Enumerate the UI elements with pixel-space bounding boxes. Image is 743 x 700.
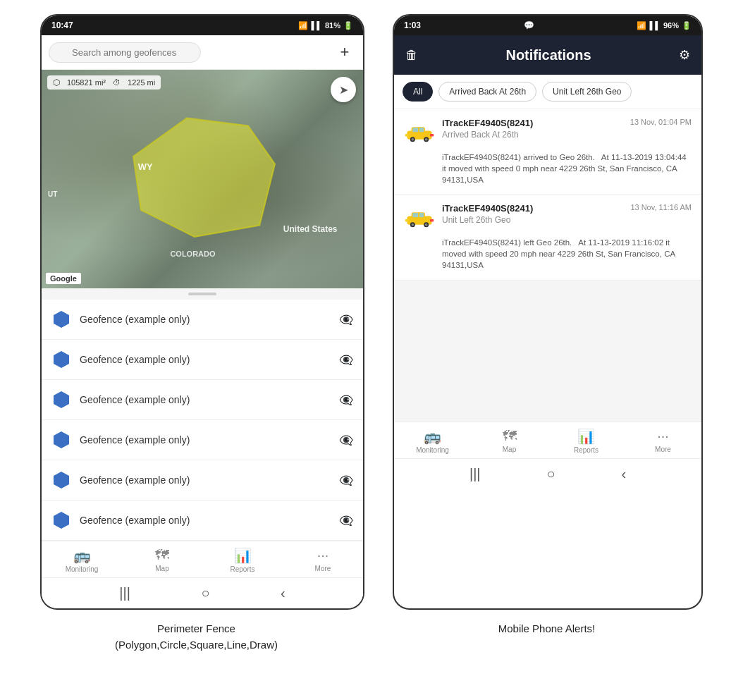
distance-icon: ⏱ (113, 78, 121, 87)
geofence-label: Geofence (example only) (80, 394, 331, 405)
empty-area (394, 281, 701, 422)
map-area: WY ⬡ 105821 mi² ⏱ 1225 mi ➤ United State… (42, 70, 363, 288)
nav-map[interactable]: 🗺 Map (141, 547, 183, 573)
search-input[interactable] (49, 42, 201, 63)
wifi-icon: 📶 (298, 21, 308, 30)
left-status-icons: 📶 ▌▌ 81% 🔋 (298, 21, 353, 30)
geofence-label: Geofence (example only) (80, 474, 331, 486)
more-icon: ··· (317, 547, 329, 563)
right-status-bar: 1:03 💬 📶 ▌▌ 96% 🔋 (394, 16, 701, 35)
visibility-icon[interactable]: 👁‍🗨 (339, 514, 353, 527)
geofence-label: Geofence (example only) (80, 314, 331, 325)
list-item[interactable]: Geofence (example only) 👁‍🗨 (42, 420, 363, 460)
notif-title-row-1: iTrackEF4940S(8241) 13 Nov, 01:04 PM (442, 118, 692, 128)
area-hatch-icon: ⬡ (53, 78, 60, 87)
battery-label: 81% (325, 21, 340, 30)
geofence-label: Geofence (example only) (80, 434, 331, 446)
left-time: 10:47 (51, 20, 73, 30)
list-item[interactable]: Geofence (example only) 👁‍🗨 (42, 300, 363, 340)
android-home-button[interactable]: ○ (201, 585, 209, 601)
svg-rect-9 (412, 128, 418, 132)
right-nav-reports[interactable]: 📊 Reports (565, 428, 608, 454)
visibility-icon[interactable]: 👁‍🗨 (339, 434, 353, 447)
event-label-2: Unit Left 26th Geo (442, 215, 692, 225)
settings-button[interactable]: ⚙ (679, 47, 690, 63)
svg-marker-5 (54, 472, 69, 489)
territory-label: UT (48, 190, 57, 198)
geofence-icon (51, 430, 71, 450)
right-nav-map-label: Map (503, 446, 516, 453)
add-geofence-button[interactable]: + (333, 41, 356, 63)
captions: Perimeter Fence(Polygon,Circle,Square,Li… (0, 610, 743, 653)
svg-rect-20 (419, 213, 424, 217)
svg-rect-15 (405, 134, 409, 137)
geofence-label: Geofence (example only) (80, 515, 331, 526)
svg-rect-16 (430, 134, 434, 137)
right-wifi-icon: 📶 (637, 21, 646, 30)
visibility-icon[interactable]: 👁‍🗨 (339, 474, 353, 487)
nav-reports[interactable]: 📊 Reports (221, 547, 264, 573)
chat-icon: 💬 (524, 20, 534, 30)
svg-point-22 (412, 223, 415, 226)
right-android-home-button[interactable]: ○ (546, 466, 555, 482)
left-status-bar: 10:47 📶 ▌▌ 81% 🔋 (42, 16, 363, 35)
filter-tab-all[interactable]: All (403, 82, 433, 102)
delete-button[interactable]: 🗑 (405, 48, 418, 63)
notif-time-2: 13 Nov, 11:16 AM (630, 203, 692, 211)
right-phone: 1:03 💬 📶 ▌▌ 96% 🔋 🗑 Notifications ⚙ All … (393, 14, 703, 610)
visibility-icon[interactable]: 👁‍🗨 (339, 353, 353, 367)
search-wrapper[interactable]: 🔍 (49, 42, 328, 63)
compass-icon: ➤ (339, 83, 348, 97)
svg-rect-19 (412, 213, 418, 217)
notif-title-row-2: iTrackEF4940S(8241) 13 Nov, 11:16 AM (442, 203, 692, 214)
visibility-icon[interactable]: 👁‍🗨 (339, 393, 353, 407)
car-avatar (404, 203, 435, 234)
right-nav-more[interactable]: ··· More (642, 428, 684, 454)
svg-rect-26 (430, 219, 434, 222)
visibility-icon[interactable]: 👁‍🗨 (339, 313, 353, 326)
nav-more-label: More (315, 565, 331, 572)
map-background: WY ⬡ 105821 mi² ⏱ 1225 mi ➤ United State… (42, 70, 363, 288)
right-battery-label: 96% (663, 21, 679, 30)
notif-body-2: iTrackEF4940S(8241) left Geo 26th. At 11… (442, 237, 692, 271)
svg-marker-3 (54, 391, 69, 408)
notif-meta-2: iTrackEF4940S(8241) 13 Nov, 11:16 AM Uni… (442, 203, 692, 225)
right-nav-monitoring[interactable]: 🚌 Monitoring (412, 428, 454, 454)
right-android-back-button[interactable]: ‹ (621, 466, 626, 482)
notification-item[interactable]: iTrackEF4940S(8241) 13 Nov, 11:16 AM Uni… (394, 195, 701, 280)
list-item[interactable]: Geofence (example only) 👁‍🗨 (42, 380, 363, 420)
right-nav-more-label: More (655, 446, 671, 453)
region-label: COLORADO (170, 250, 215, 258)
distance-label: 1225 mi (128, 78, 155, 87)
notif-meta-1: iTrackEF4940S(8241) 13 Nov, 01:04 PM Arr… (442, 118, 692, 140)
device-name-1: iTrackEF4940S(8241) (442, 118, 533, 128)
filter-tab-left[interactable]: Unit Left 26th Geo (542, 82, 632, 102)
notification-item[interactable]: iTrackEF4940S(8241) 13 Nov, 01:04 PM Arr… (394, 109, 701, 195)
filter-tab-arrived[interactable]: Arrived Back At 26th (438, 82, 536, 102)
geofence-polygon (106, 103, 299, 256)
list-item[interactable]: Geofence (example only) 👁‍🗨 (42, 501, 363, 541)
battery-icon: 🔋 (343, 21, 353, 30)
car-avatar (404, 118, 435, 149)
area-label: 105821 mi² (67, 78, 106, 87)
nav-more[interactable]: ··· More (302, 547, 344, 573)
android-back-button[interactable]: ‹ (281, 585, 285, 601)
android-recent-button[interactable]: ||| (119, 585, 130, 601)
country-label: United States (283, 224, 338, 234)
right-caption: Mobile Phone Alerts! (385, 621, 709, 653)
list-item[interactable]: Geofence (example only) 👁‍🗨 (42, 460, 363, 501)
list-item[interactable]: Geofence (example only) 👁‍🗨 (42, 340, 363, 380)
event-label-1: Arrived Back At 26th (442, 130, 692, 140)
nav-monitoring[interactable]: 🚌 Monitoring (61, 547, 103, 573)
right-monitoring-icon: 🚌 (424, 428, 441, 445)
right-battery-icon: 🔋 (682, 21, 692, 30)
geofence-icon (51, 350, 71, 369)
car-icon (404, 123, 435, 144)
nav-monitoring-label: Monitoring (66, 565, 99, 573)
right-nav-map[interactable]: 🗺 Map (489, 428, 531, 454)
monitoring-icon: 🚌 (73, 547, 91, 564)
right-nav-monitoring-label: Monitoring (416, 446, 449, 454)
navigation-button[interactable]: ➤ (331, 77, 356, 102)
right-android-recent-button[interactable]: ||| (469, 466, 481, 482)
left-caption: Perimeter Fence(Polygon,Circle,Square,Li… (35, 621, 359, 653)
